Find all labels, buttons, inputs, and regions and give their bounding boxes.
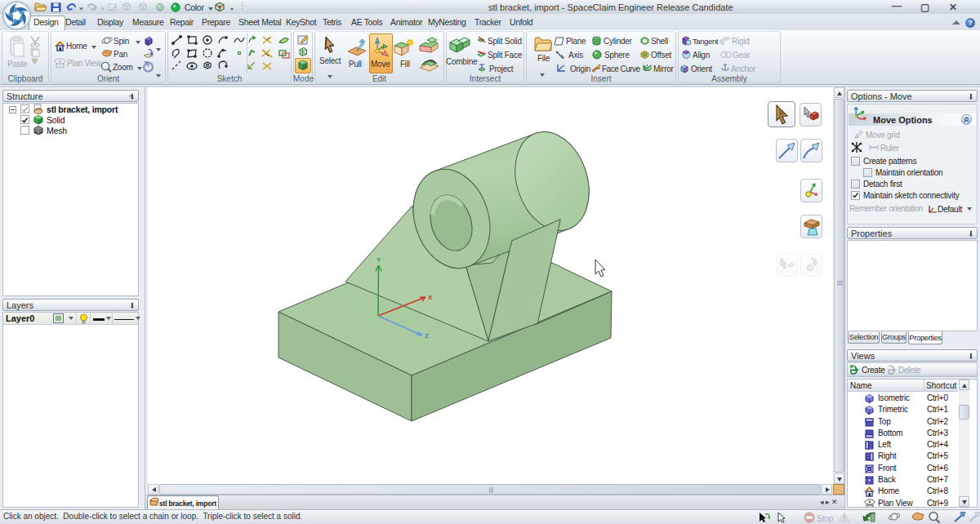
svg-text:Y: Y bbox=[376, 256, 381, 264]
svg-text:X: X bbox=[428, 294, 433, 301]
svg-text:Z: Z bbox=[425, 332, 429, 340]
